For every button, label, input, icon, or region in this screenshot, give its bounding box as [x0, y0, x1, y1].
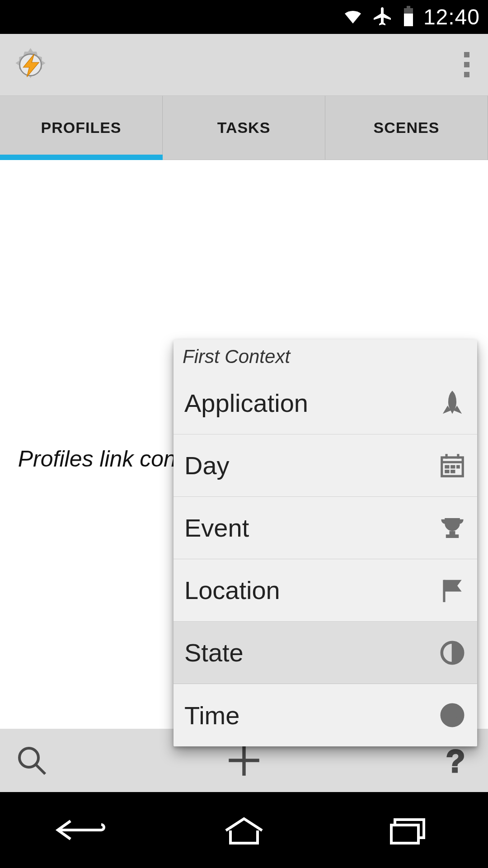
calendar-icon [438, 452, 466, 480]
wifi-icon [342, 5, 364, 29]
flag-icon [438, 576, 466, 604]
nav-recents-button[interactable] [377, 812, 436, 848]
status-clock: 12:40 [423, 5, 480, 29]
tab-label: PROFILES [41, 119, 121, 137]
tab-tasks[interactable]: TASKS [163, 96, 325, 160]
svg-text:?: ? [446, 745, 465, 776]
device-frame: 12:40 PROFILES TASKS SCENES [0, 0, 488, 868]
svg-rect-14 [446, 466, 449, 468]
trophy-icon [438, 514, 466, 542]
battery-icon [402, 5, 415, 29]
context-item-day[interactable]: Day [174, 434, 477, 497]
svg-line-6 [36, 764, 45, 774]
svg-rect-1 [404, 14, 413, 26]
context-menu: First Context Application Day Event Loca… [174, 340, 477, 746]
search-button[interactable] [9, 738, 54, 783]
tab-profiles[interactable]: PROFILES [0, 96, 163, 160]
contrast-icon [438, 639, 466, 667]
context-item-label: Day [184, 451, 230, 480]
airplane-icon [372, 5, 394, 29]
clock-icon [438, 701, 466, 729]
rocket-icon [438, 389, 466, 417]
context-item-label: Location [184, 576, 280, 605]
context-item-label: Event [184, 513, 249, 542]
svg-rect-16 [446, 470, 449, 472]
nav-home-button[interactable] [215, 812, 273, 848]
context-item-event[interactable]: Event [174, 497, 477, 559]
svg-rect-18 [457, 466, 459, 468]
context-item-label: Application [184, 388, 308, 418]
context-item-label: Time [184, 701, 239, 730]
context-item-application[interactable]: Application [174, 372, 477, 434]
status-bar: 12:40 [0, 0, 488, 34]
svg-rect-24 [391, 825, 418, 843]
tab-label: TASKS [217, 119, 271, 137]
svg-rect-15 [451, 466, 455, 468]
context-menu-title: First Context [174, 340, 477, 372]
navigation-bar [0, 792, 488, 868]
svg-rect-2 [407, 6, 410, 9]
context-item-time[interactable]: Time [174, 684, 477, 746]
svg-point-5 [19, 748, 38, 767]
context-item-state[interactable]: State [174, 622, 477, 684]
app-logo-icon [9, 43, 52, 86]
context-item-location[interactable]: Location [174, 559, 477, 622]
context-item-label: State [184, 638, 244, 667]
nav-back-button[interactable] [52, 812, 111, 848]
tab-label: SCENES [374, 119, 440, 137]
action-bar [0, 34, 488, 96]
tab-bar: PROFILES TASKS SCENES [0, 96, 488, 160]
overflow-menu-button[interactable] [451, 42, 483, 87]
tab-scenes[interactable]: SCENES [325, 96, 488, 160]
svg-rect-17 [451, 470, 455, 472]
